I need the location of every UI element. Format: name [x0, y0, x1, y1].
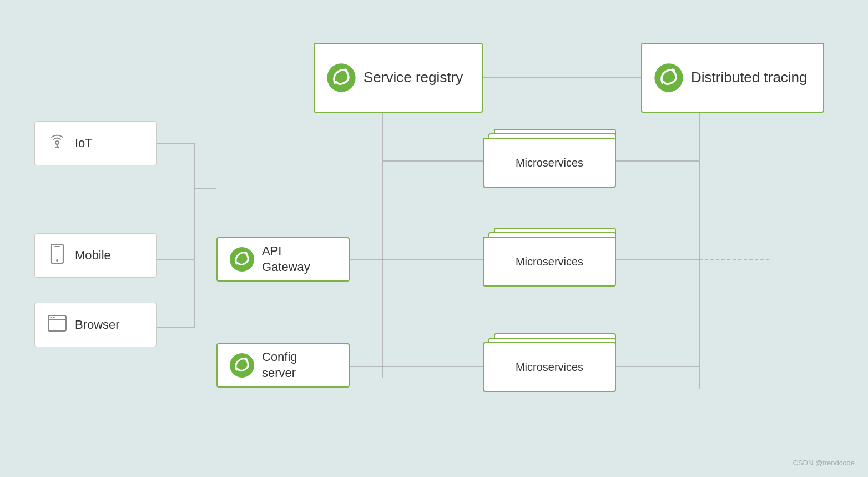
svg-point-21: [55, 141, 59, 144]
service-registry-spring-icon: [326, 62, 357, 93]
svg-point-25: [56, 259, 58, 262]
microservices-1-label: Microservices: [516, 157, 583, 169]
config-server-label: Configserver: [262, 349, 297, 381]
svg-point-30: [53, 317, 55, 318]
api-gateway-label: APIGateway: [262, 243, 310, 275]
svg-point-34: [230, 353, 254, 378]
microservices-stack-2: Microservices: [483, 228, 616, 293]
mobile-label: Mobile: [75, 248, 111, 264]
microservices-stack-1: Microservices: [483, 129, 616, 194]
service-registry-label: Service registry: [364, 68, 463, 87]
svg-point-32: [327, 63, 355, 92]
iot-label: IoT: [75, 135, 93, 152]
microservices-stack-3: Microservices: [483, 333, 616, 399]
diagram-container: IoT Mobile Browser: [0, 0, 868, 477]
service-registry-box: Service registry: [314, 43, 483, 113]
iot-icon: [46, 132, 68, 155]
watermark: CSDN @trendcode: [793, 459, 855, 467]
microservices-3-label: Microservices: [516, 361, 583, 374]
svg-point-29: [51, 317, 52, 318]
api-gateway-spring-icon: [229, 246, 255, 273]
browser-icon: [46, 315, 68, 335]
browser-label: Browser: [75, 317, 120, 333]
mobile-icon: [46, 244, 68, 268]
iot-box: IoT: [34, 121, 157, 165]
mobile-box: Mobile: [34, 233, 157, 278]
config-server-box: Configserver: [216, 343, 350, 388]
distributed-tracing-box: Distributed tracing: [641, 43, 824, 113]
distributed-tracing-spring-icon: [653, 62, 684, 93]
svg-point-31: [230, 247, 254, 272]
distributed-tracing-label: Distributed tracing: [691, 68, 808, 87]
microservices-2-label: Microservices: [516, 255, 583, 268]
config-server-spring-icon: [229, 352, 255, 379]
api-gateway-box: APIGateway: [216, 237, 350, 282]
svg-point-33: [654, 63, 683, 92]
browser-box: Browser: [34, 303, 157, 347]
